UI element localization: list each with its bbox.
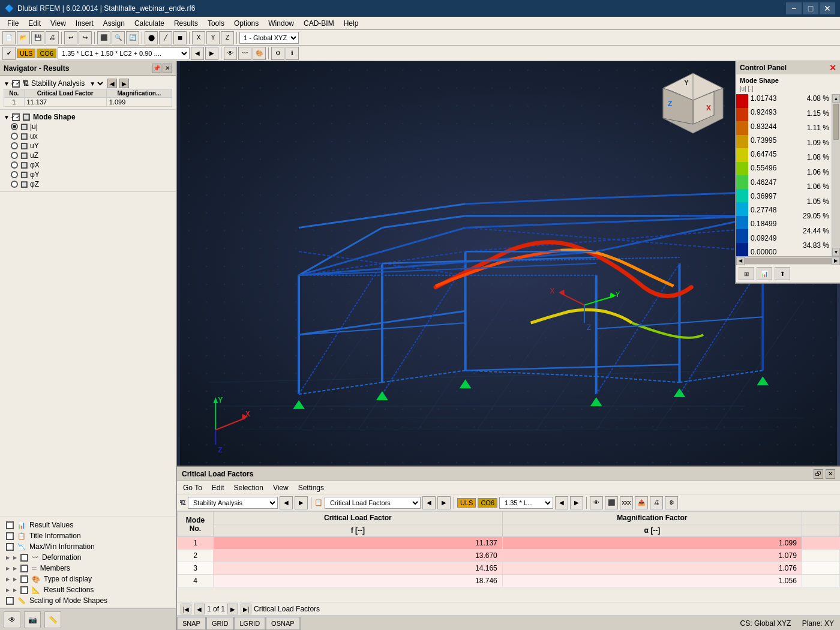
bp-stability-combo[interactable]: Stability Analysis [188,497,278,509]
data-table-wrap[interactable]: ModeNo. Critical Load Factor Magnificati… [177,511,840,602]
tb2-show[interactable]: 👁 [224,47,237,60]
cube-widget[interactable]: X Y Z [657,67,729,139]
td-mag-2[interactable]: 1.079 [502,550,802,562]
load-combo[interactable]: 1.35 * LC1 + 1.50 * LC2 + 0.90 .... [58,47,190,59]
minimize-button[interactable]: − [786,2,802,14]
cb-deformation[interactable] [20,554,28,562]
tb2-info[interactable]: ℹ [286,47,299,60]
tb-view-combo[interactable]: 1 - Global XYZ [239,32,299,44]
menu-edit[interactable]: Edit [23,18,46,29]
th-clf-header[interactable]: Critical Load Factor [214,512,503,524]
radio-phiy[interactable] [11,171,18,178]
nav-analysis-next[interactable]: ▶ [119,79,129,88]
th-mag-header[interactable]: Magnification Factor [502,512,802,524]
nav-title-info[interactable]: 📋 Title Information [4,530,172,541]
mode-phiz-row[interactable]: 🔲 φZ [11,179,172,189]
radio-uz[interactable] [11,152,18,159]
h-scroll-track[interactable] [745,258,832,264]
maximize-button[interactable]: □ [803,2,818,14]
scroll-right-btn[interactable]: ▶ [832,257,840,265]
tb2-prev[interactable]: ◀ [191,47,204,60]
bp-stab-prev[interactable]: ◀ [280,496,293,509]
tb-axis-z[interactable]: Z [221,31,234,44]
tb-node[interactable]: ⬤ [145,31,158,44]
tb-select[interactable]: ⬛ [97,31,110,44]
mode-phiy-row[interactable]: 🔲 φY [11,170,172,179]
td-no-4[interactable]: 4 [178,575,214,587]
td-mag-1[interactable]: 1.099 [502,537,802,550]
cp-table-btn[interactable]: ⊞ [739,267,754,280]
cb-members[interactable] [20,565,28,572]
mode-u-abs-row[interactable]: 🔲 |u| [11,122,172,131]
table-row-3[interactable]: 3 14.165 1.076 [178,562,840,575]
nav-analysis-prev[interactable]: ◀ [107,79,117,88]
bp-print-btn[interactable]: 🖨 [650,496,663,509]
tb-rotate[interactable]: 🔄 [126,31,139,44]
viewport[interactable]: // Inline dots won't work in SVG this wa… [177,61,840,466]
cp-chart-btn[interactable]: 📊 [757,267,772,280]
cb-maxmin-info[interactable] [6,543,14,551]
nav-pin-button[interactable]: 📌 [152,64,161,73]
td-mag-3[interactable]: 1.076 [502,562,802,575]
bp-close-btn[interactable]: ✕ [826,469,835,479]
tb-new[interactable]: 📄 [2,31,16,44]
tb-axis-y[interactable]: Y [206,31,220,44]
cb-result-values[interactable] [6,521,14,529]
td-no-1[interactable]: 1 [178,537,214,550]
radio-phix[interactable] [11,161,18,169]
tb2-next[interactable]: ▶ [205,47,218,60]
bp-menu-view[interactable]: View [269,482,292,493]
table-row-4[interactable]: 4 18.746 1.056 [178,575,840,587]
tb-zoom[interactable]: 🔍 [112,31,125,44]
tb2-settings[interactable]: ⚙ [271,47,284,60]
nav-close-button[interactable]: ✕ [163,64,172,73]
nf-first-btn[interactable]: |◀ [181,604,191,614]
mode-phix-row[interactable]: 🔲 φX [11,160,172,170]
menu-view[interactable]: View [46,18,71,29]
nav-icon-eye[interactable]: 👁 [4,611,20,628]
menu-tools[interactable]: Tools [203,18,229,29]
osnap-btn[interactable]: OSNAP [266,617,300,630]
tb-line[interactable]: ╱ [159,31,172,44]
menu-file[interactable]: File [2,18,23,29]
tb-redo[interactable]: ↪ [79,31,92,44]
menu-help[interactable]: Help [339,18,364,29]
td-clf-2[interactable]: 13.670 [214,550,503,562]
bp-stab-next[interactable]: ▶ [295,496,308,509]
scroll-up-btn[interactable]: ▲ [832,94,840,103]
nav-row-mag[interactable]: 1.099 [106,98,172,107]
nav-row-no[interactable]: 1 [4,98,25,107]
bp-select-btn[interactable]: ⬛ [605,496,618,509]
td-no-3[interactable]: 3 [178,562,214,575]
radio-uy[interactable] [11,142,18,149]
scroll-thumb[interactable] [833,104,839,140]
bp-lc-next[interactable]: ▶ [570,496,583,509]
td-clf-4[interactable]: 18.746 [214,575,503,587]
td-mag-4[interactable]: 1.056 [502,575,802,587]
tb-open[interactable]: 📂 [17,31,30,44]
nav-mode-shape-row[interactable]: ▼ ✓ 🔲 Mode Shape [4,112,172,122]
lgrid-btn[interactable]: LGRID [234,617,265,630]
bp-show-vals-btn[interactable]: xxx [620,496,633,509]
tb2-color[interactable]: 🎨 [253,47,266,60]
bp-settings-btn[interactable]: ⚙ [665,496,678,509]
bp-export-btn[interactable]: 📤 [635,496,648,509]
bp-view-btn[interactable]: 👁 [590,496,603,509]
nav-result-values[interactable]: 📊 Result Values [4,520,172,530]
close-button[interactable]: ✕ [820,2,835,14]
menu-calculate[interactable]: Calculate [130,18,169,29]
nav-stability-analysis[interactable]: ▼ ✓ 🏗 Stability Analysis ▼ ◀ ▶ [4,78,172,89]
tb-axis-x[interactable]: X [192,31,205,44]
nav-scaling-mode[interactable]: 📏 Scaling of Mode Shapes [4,595,172,606]
nav-icon-ruler[interactable]: 📏 [44,611,61,628]
bp-menu-goto[interactable]: Go To [179,482,206,493]
bp-restore-btn[interactable]: 🗗 [814,469,823,479]
nav-analysis-checkbox[interactable]: ✓ [12,80,20,88]
tb2-deform[interactable]: 〰 [238,47,251,60]
mode-ux-row[interactable]: 🔲 ux [11,131,172,141]
cb-result-sections[interactable] [20,586,28,594]
cb-scaling-mode[interactable] [6,597,14,605]
tb2-check[interactable]: ✔ [2,47,16,60]
nav-icon-camera[interactable]: 📷 [24,611,41,628]
nav-result-sections[interactable]: ▶ 📐 Result Sections [4,584,172,595]
